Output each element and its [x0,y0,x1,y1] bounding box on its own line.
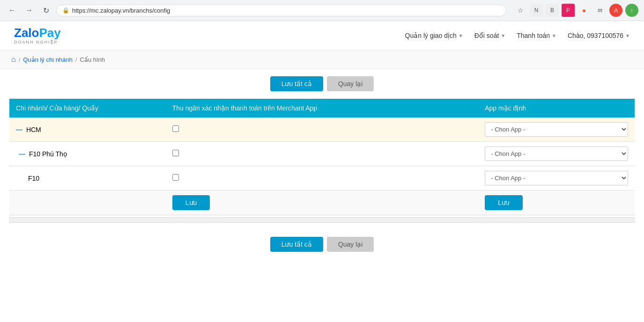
update-icon[interactable]: ↑ [625,4,638,17]
logo-subtitle: DOANH NGHIỆP [14,40,58,44]
scroll-bar[interactable] [9,217,635,223]
app-select-f10-phu-tho[interactable]: - Chon App - Chon App - Chon App [485,146,628,161]
action-empty-cell [9,190,166,215]
col-header-branch: Chi nhánh/ Cửa hàng/ Quầy [9,99,166,117]
header-nav: Quản lý giao dịch ▼ Đổi soát ▼ Thanh toá… [405,32,630,39]
save-checkbox-button[interactable]: Lưu [172,195,210,210]
nav-greeting[interactable]: Chào, 0937100576 ▼ [568,32,630,39]
app-select-f10[interactable]: - Chon App - Chon App - Chon App [485,171,628,185]
branch-label-f10-phu-tho: F10 Phú Thọ [29,150,67,158]
page-wrapper: ZaloPay DOANH NGHIỆP Quản lý giao dịch ▼… [0,21,644,322]
app-select-cell-hcm: - Chon App - Chon App - Chon App [478,117,635,142]
app-select-hcm[interactable]: - Chon App - Chon App - Chon App [485,122,628,137]
table-row: — F10 Phú Thọ - Chon App - Chon App - Ch… [9,142,635,166]
browser-chrome: ← → ↻ 🔒 https://mc.zalopay.vn/branchs/co… [0,0,644,21]
nav-transactions-arrow: ▼ [459,33,463,38]
branch-label-f10: F10 [28,175,39,182]
address-bar[interactable]: 🔒 https://mc.zalopay.vn/branchs/config [56,5,506,16]
save-all-button-bottom[interactable]: Lưu tất cả [270,237,323,252]
action-save-app-cell: Lưu [478,190,635,215]
star-icon[interactable]: ☆ [514,4,527,17]
checkbox-f10-phu-tho[interactable] [172,150,179,156]
branch-name-hcm: — HCM [9,117,166,142]
nav-transactions[interactable]: Quản lý giao dịch ▼ [405,32,463,39]
ext5-icon[interactable]: m [593,4,607,17]
nav-payment-arrow: ▼ [552,33,556,38]
breadcrumb-sep-1: / [19,56,21,63]
breadcrumb-sep-2: / [75,56,77,63]
back-button-bottom[interactable]: Quay lại [327,237,374,252]
profile-icon[interactable]: A [609,4,622,17]
table-row: F10 - Chon App - Chon App - Chon App [9,166,635,190]
nav-payment[interactable]: Thanh toán ▼ [517,32,556,39]
nav-reconcile-label: Đổi soát [474,32,499,39]
app-select-cell-f10: - Chon App - Chon App - Chon App [478,166,635,190]
app-select-cell-f10-phu-tho: - Chon App - Chon App - Chon App [478,142,635,166]
browser-toolbar: ☆ N B P ● m A ↑ [514,4,638,17]
ext2-icon[interactable]: B [546,4,559,17]
action-save-checkbox-cell: Lưu [166,190,479,215]
lock-icon: 🔒 [62,7,69,14]
back-button-top[interactable]: Quay lại [327,76,374,91]
checkbox-f10[interactable] [172,174,179,181]
branch-label-hcm: HCM [26,126,41,133]
logo-pay: Pay [39,26,60,40]
save-all-button-top[interactable]: Lưu tất cả [270,76,323,91]
nav-reconcile[interactable]: Đổi soát ▼ [474,32,505,39]
refresh-button[interactable]: ↻ [39,4,52,17]
table-row: — HCM - Chon App - Chon App - Chon App [9,117,635,142]
logo[interactable]: ZaloPay DOANH NGHIỆP [14,27,61,44]
col-header-confirm: Thu ngân xác nhận thanh toán trên Mercha… [166,99,479,117]
button-row-bottom: Lưu tất cả Quay lại [0,230,644,258]
config-table: Chi nhánh/ Cửa hàng/ Quầy Thu ngân xác n… [9,99,635,215]
breadcrumb-current: Cấu hình [80,56,105,63]
nav-greeting-label: Chào, 0937100576 [568,32,623,39]
ext3-icon[interactable]: P [562,4,575,17]
dash-icon-f10-phu-tho: — [19,150,25,158]
back-button[interactable]: ← [6,4,19,17]
action-row: Lưu Lưu [9,190,635,215]
url-text: https://mc.zalopay.vn/branchs/config [72,7,170,14]
branch-name-f10-phu-tho: — F10 Phú Thọ [9,142,166,166]
checkbox-cell-f10-phu-tho [166,142,479,166]
nav-reconcile-arrow: ▼ [501,33,505,38]
main-content: Lưu tất cả Quay lại Chi nhánh/ Cửa hàng/… [0,69,644,230]
logo-text: ZaloPay [14,27,61,39]
button-row-top: Lưu tất cả Quay lại [9,76,635,91]
nav-transactions-label: Quản lý giao dịch [405,32,457,39]
checkbox-cell-f10 [166,166,479,190]
extensions-icon[interactable]: N [530,4,543,17]
site-header: ZaloPay DOANH NGHIỆP Quản lý giao dịch ▼… [0,21,644,51]
ext4-icon[interactable]: ● [577,4,591,17]
breadcrumb-home-icon[interactable]: ⌂ [11,55,16,64]
breadcrumb-link-branches[interactable]: Quản lý chi nhánh [23,56,73,63]
checkbox-cell-hcm [166,117,479,142]
nav-payment-label: Thanh toán [517,32,550,39]
table-header-row: Chi nhánh/ Cửa hàng/ Quầy Thu ngân xác n… [9,99,635,117]
nav-greeting-arrow: ▼ [625,33,630,38]
forward-button[interactable]: → [22,4,36,17]
branch-name-f10: F10 [9,166,166,190]
breadcrumb: ⌂ / Quản lý chi nhánh / Cấu hình [0,51,644,69]
logo-zalo: Zalo [14,26,39,40]
dash-icon-hcm: — [16,126,22,133]
checkbox-hcm[interactable] [172,125,179,132]
col-header-app: App mặc định [478,99,635,117]
save-app-button[interactable]: Lưu [485,195,523,210]
